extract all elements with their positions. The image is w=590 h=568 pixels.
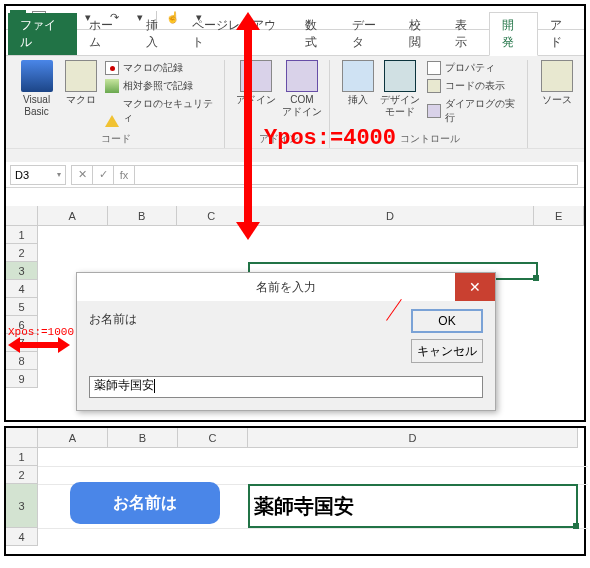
upper-screenshot: X ↶ ▾ ↷ ▾ ☝ ▾ ファイル ホーム 挿入 ページレイアウト 数式 デー…	[4, 4, 586, 422]
com-addins-label: COM アドイン	[282, 94, 322, 118]
ribbon-group-code-label: コード	[101, 130, 131, 148]
run-dialog-button[interactable]: ダイアログの実行	[425, 96, 521, 126]
properties-button[interactable]: プロパティ	[425, 60, 521, 76]
macros-button[interactable]: マクロ	[63, 60, 99, 106]
tab-data[interactable]: データ	[340, 13, 397, 55]
dialog-text-input[interactable]: 薬師寺国安	[89, 376, 483, 398]
enter-entry-button[interactable]: ✓	[92, 165, 114, 185]
macros-icon	[65, 60, 97, 92]
select-all-corner[interactable]	[6, 206, 38, 226]
addins-button[interactable]: アドイン	[235, 60, 277, 106]
row-header-3-lower[interactable]: 3	[6, 484, 38, 528]
spacer	[6, 188, 584, 206]
dialog-close-button[interactable]: ✕	[455, 273, 495, 301]
col-header-b-lower[interactable]: B	[108, 428, 178, 448]
formula-bar-input[interactable]	[134, 165, 578, 185]
name-box-dropdown-icon[interactable]: ▾	[57, 170, 61, 179]
dialog-title-text: 名前を入力	[256, 279, 316, 296]
select-all-corner-lower[interactable]	[6, 428, 38, 448]
tab-review[interactable]: 校閲	[397, 13, 443, 55]
design-mode-button[interactable]: デザイン モード	[380, 60, 421, 118]
macros-label: マクロ	[66, 94, 96, 106]
cell-d3-value: 薬師寺国安	[248, 484, 578, 528]
source-label: ソース	[542, 94, 572, 106]
addins-label: アドイン	[236, 94, 276, 106]
properties-icon	[427, 61, 441, 75]
button-shape[interactable]: お名前は	[70, 482, 220, 524]
col-header-d[interactable]: D	[247, 206, 535, 226]
annotation-ypos-arrow	[244, 28, 252, 224]
worksheet-grid-lower[interactable]: A B C D 1 2 3 4 薬師寺国安 お名前は	[6, 428, 584, 554]
col-header-b[interactable]: B	[108, 206, 178, 226]
insert-control-icon	[342, 60, 374, 92]
dialog-cancel-button[interactable]: キャンセル	[411, 339, 483, 363]
macro-security-button[interactable]: マクロのセキュリティ	[103, 96, 218, 126]
annotation-xpos-arrow	[18, 342, 60, 348]
column-headers: A B C D E	[38, 206, 584, 226]
tab-view[interactable]: 表示	[443, 13, 489, 55]
view-code-button[interactable]: コードの表示	[425, 78, 521, 94]
formula-bar-row: D3 ▾ ✕ ✓ fx	[6, 162, 584, 188]
row-header-9[interactable]: 9	[6, 370, 38, 388]
row-header-1-lower[interactable]: 1	[6, 448, 38, 466]
insert-function-button[interactable]: fx	[113, 165, 135, 185]
row-header-1[interactable]: 1	[6, 226, 38, 244]
relative-ref-icon	[105, 79, 119, 93]
design-mode-label: デザイン モード	[380, 94, 420, 118]
tab-developer[interactable]: 開発	[489, 12, 537, 56]
com-addins-button[interactable]: COM アドイン	[281, 60, 323, 118]
column-headers-lower: A B C D	[38, 428, 584, 448]
lower-screenshot: A B C D 1 2 3 4 薬師寺国安 お名前は	[4, 426, 586, 556]
record-macro-label: マクロの記録	[123, 61, 183, 75]
gridline	[38, 466, 588, 467]
row-header-4[interactable]: 4	[6, 280, 38, 298]
tab-home[interactable]: ホーム	[77, 13, 134, 55]
warning-icon	[105, 104, 119, 118]
visual-basic-label: Visual Basic	[14, 94, 59, 118]
visual-basic-icon	[21, 60, 53, 92]
dialog-ok-button[interactable]: OK	[411, 309, 483, 333]
annotation-xpos-label: Xpos:=1000	[8, 326, 74, 338]
row-headers: 1 2 3 4 5 6 7 8 9	[6, 226, 38, 388]
relative-reference-button[interactable]: 相対参照で記録	[103, 78, 218, 94]
record-macro-button[interactable]: マクロの記録	[103, 60, 218, 76]
row-header-3[interactable]: 3	[6, 262, 38, 280]
view-code-label: コードの表示	[445, 79, 505, 93]
name-box-value: D3	[15, 169, 29, 181]
name-box[interactable]: D3 ▾	[10, 165, 66, 185]
gridline	[38, 528, 588, 529]
tab-file[interactable]: ファイル	[8, 13, 77, 55]
dialog-title-bar[interactable]: 名前を入力 ✕	[77, 273, 495, 301]
annotation-ypos-label: Ypos:=4000	[264, 126, 396, 151]
visual-basic-button[interactable]: Visual Basic	[14, 60, 59, 118]
col-header-a-lower[interactable]: A	[38, 428, 108, 448]
source-button[interactable]: ソース	[538, 60, 576, 106]
ribbon-tabs: ファイル ホーム 挿入 ページレイアウト 数式 データ 校閲 表示 開発 アド	[6, 30, 584, 56]
row-header-8[interactable]: 8	[6, 352, 38, 370]
row-header-2-lower[interactable]: 2	[6, 466, 38, 484]
tab-insert[interactable]: 挿入	[134, 13, 180, 55]
col-header-c-lower[interactable]: C	[178, 428, 248, 448]
button-shape-label: お名前は	[113, 493, 177, 514]
row-header-5[interactable]: 5	[6, 298, 38, 316]
fill-handle[interactable]	[533, 275, 539, 281]
row-header-2[interactable]: 2	[6, 244, 38, 262]
inputbox-dialog: 名前を入力 ✕ お名前は OK キャンセル 薬師寺国安	[76, 272, 496, 411]
cancel-entry-button[interactable]: ✕	[71, 165, 93, 185]
ribbon-group-xml: ソース	[532, 60, 582, 148]
row-headers-lower: 1 2 3 4	[6, 448, 38, 546]
col-header-d-lower[interactable]: D	[248, 428, 578, 448]
tab-addins-partial[interactable]: アド	[538, 13, 584, 55]
record-icon	[105, 61, 119, 75]
properties-label: プロパティ	[445, 61, 495, 75]
col-header-e[interactable]: E	[534, 206, 584, 226]
col-header-a[interactable]: A	[38, 206, 108, 226]
insert-control-button[interactable]: 挿入	[340, 60, 376, 106]
macro-security-label: マクロのセキュリティ	[123, 97, 216, 125]
row-header-4-lower[interactable]: 4	[6, 528, 38, 546]
ribbon-group-code: Visual Basic マクロ マクロの記録 相対参照で記録 マクロのセキュリ…	[8, 60, 225, 148]
ribbon-group-controls-label: コントロール	[400, 130, 460, 148]
tab-formulas[interactable]: 数式	[293, 13, 339, 55]
run-dialog-label: ダイアログの実行	[445, 97, 519, 125]
text-caret	[154, 379, 155, 393]
